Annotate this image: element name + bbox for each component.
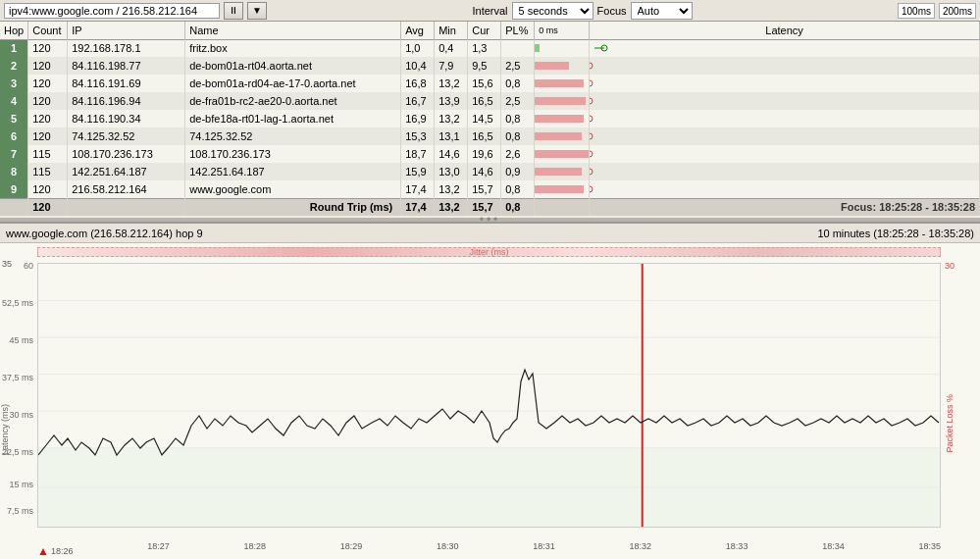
chart-title-bar: www.google.com (216.58.212.164) hop 9 10…: [0, 224, 980, 243]
hop-bar-cell: [535, 57, 590, 75]
hop-count: 115: [28, 163, 68, 180]
hop-bar-cell: [535, 127, 590, 145]
svg-point-4: [590, 63, 593, 69]
hop-pl: 2,5: [501, 57, 535, 75]
hop-bar-cell: [535, 180, 590, 198]
hop-bar-cell: [535, 163, 590, 180]
footer-rt-label: Round Trip (ms): [185, 198, 401, 216]
col-latency: Latency: [590, 22, 980, 39]
hop-latency-graph: [590, 110, 980, 127]
y-label-45: 45 ms: [9, 335, 33, 345]
hop-ip: 108.170.236.173: [68, 145, 185, 163]
address-display: ipv4:www.google.com / 216.58.212.164: [4, 3, 220, 19]
y-label-15: 15 ms: [9, 480, 33, 489]
hop-avg: 17,4: [401, 180, 435, 198]
svg-point-12: [590, 98, 593, 104]
hop-count: 120: [28, 75, 68, 92]
svg-point-32: [590, 186, 593, 192]
x-label-0: ▲18:26: [37, 541, 73, 559]
col-count: Count: [28, 22, 68, 39]
footer-ip: [68, 198, 185, 216]
hop-ip: 74.125.32.52: [68, 127, 185, 145]
main-table: Hop Count IP Name Avg Min Cur PL% 0 ms L…: [0, 22, 980, 216]
focus-select[interactable]: Auto Manual: [631, 2, 693, 20]
table-row: 9 120 216.58.212.164 www.google.com 17,4…: [0, 180, 980, 198]
hop-num: 5: [0, 110, 28, 127]
table-row: 7 115 108.170.236.173 108.170.236.173 18…: [0, 145, 980, 163]
y-axis-left: 60 52,5 ms 45 ms 37,5 ms 30 ms 22,5 ms 1…: [0, 261, 35, 528]
hop-min: 7,9: [435, 57, 468, 75]
x-axis: ▲18:26 18:27 18:28 18:29 18:30 18:31 18:…: [37, 541, 941, 559]
chart-body: Jitter (ms) 35: [0, 243, 980, 559]
hop-min: 13,2: [435, 75, 468, 92]
table-row: 4 120 84.116.196.94 de-fra01b-rc2-ae20-0…: [0, 92, 980, 110]
table-row: 5 120 84.116.190.34 de-bfe18a-rt01-lag-1…: [0, 110, 980, 127]
hop-min: 14,6: [435, 145, 468, 163]
jitter-label: Jitter (ms): [470, 247, 509, 257]
col-hop: Hop: [0, 22, 28, 39]
hop-pl: 2,6: [501, 145, 535, 163]
hop-latency-graph: [590, 75, 980, 92]
hop-ip: 192.168.178.1: [68, 39, 185, 57]
hop-num: 3: [0, 75, 28, 92]
hop-latency-graph: [590, 163, 980, 180]
col-name: Name: [185, 22, 401, 39]
col-ip: IP: [68, 22, 185, 39]
chart-title: www.google.com (216.58.212.164) hop 9: [6, 228, 203, 239]
x-label-1: 18:27: [147, 541, 170, 559]
y-label-30: 30 ms: [9, 410, 33, 420]
hop-name: fritz.box: [185, 39, 401, 57]
footer-focus: Focus: 18:25:28 - 18:35:28: [590, 198, 980, 216]
hop-min: 13,9: [435, 92, 468, 110]
hop-name: 74.125.32.52: [185, 127, 401, 145]
hop-latency-graph: [590, 39, 980, 57]
hop-count: 120: [28, 92, 68, 110]
hop-bar-cell: [535, 92, 590, 110]
x-label-2: 18:28: [243, 541, 266, 559]
footer-hop: [0, 198, 28, 216]
col-avg: Avg: [401, 22, 435, 39]
packet-loss-label: Packet Loss %: [945, 394, 954, 453]
hop-count: 120: [28, 57, 68, 75]
col-pl: PL%: [501, 22, 535, 39]
table-header: Hop Count IP Name Avg Min Cur PL% 0 ms L…: [0, 22, 980, 39]
svg-rect-41: [38, 448, 940, 527]
hop-ip: 216.58.212.164: [68, 180, 185, 198]
y-label-7: 7,5 ms: [7, 506, 33, 516]
col-0ms: 0 ms: [535, 22, 590, 39]
hop-min: 13,2: [435, 110, 468, 127]
hop-ip: 84.116.196.94: [68, 92, 185, 110]
hop-pl: 0,8: [501, 180, 535, 198]
interval-select[interactable]: 5 seconds 10 seconds 30 seconds: [512, 2, 593, 20]
footer-min: 13,2: [435, 198, 468, 216]
footer-count: 120: [28, 198, 68, 216]
table-row: 6 120 74.125.32.52 74.125.32.52 15,3 13,…: [0, 127, 980, 145]
hop-name: www.google.com: [185, 180, 401, 198]
hop-name: de-bom01a-rd04-ae-17-0.aorta.net: [185, 75, 401, 92]
hop-avg: 15,3: [401, 127, 435, 145]
hop-avg: 16,7: [401, 92, 435, 110]
table-row: 2 120 84.116.198.77 de-bom01a-rt04.aorta…: [0, 57, 980, 75]
hop-num: 1: [0, 39, 28, 57]
y-axis-right: 30 Packet Loss %: [943, 261, 980, 528]
x-label-6: 18:32: [630, 541, 652, 559]
dropdown-button[interactable]: ▼: [247, 2, 267, 20]
hop-latency-graph: [590, 180, 980, 198]
footer-empty: [535, 198, 590, 216]
hop-cur: 19,6: [468, 145, 501, 163]
hop-num: 4: [0, 92, 28, 110]
table-row: 8 115 142.251.64.187 142.251.64.187 15,9…: [0, 163, 980, 180]
badge-100ms: 100ms: [898, 3, 935, 19]
chart-svg: [38, 264, 940, 527]
hop-min: 13,1: [435, 127, 468, 145]
interval-label: Interval: [472, 5, 507, 17]
pause-button[interactable]: ⏸: [224, 2, 243, 20]
focus-label: Focus: [597, 5, 627, 17]
hop-pl: 0,8: [501, 127, 535, 145]
hop-num: 9: [0, 180, 28, 198]
hop-cur: 15,6: [468, 75, 501, 92]
hop-pl: 0,9: [501, 163, 535, 180]
chart-grid: [37, 263, 941, 528]
hop-name: de-bfe18a-rt01-lag-1.aorta.net: [185, 110, 401, 127]
hop-name: 108.170.236.173: [185, 145, 401, 163]
